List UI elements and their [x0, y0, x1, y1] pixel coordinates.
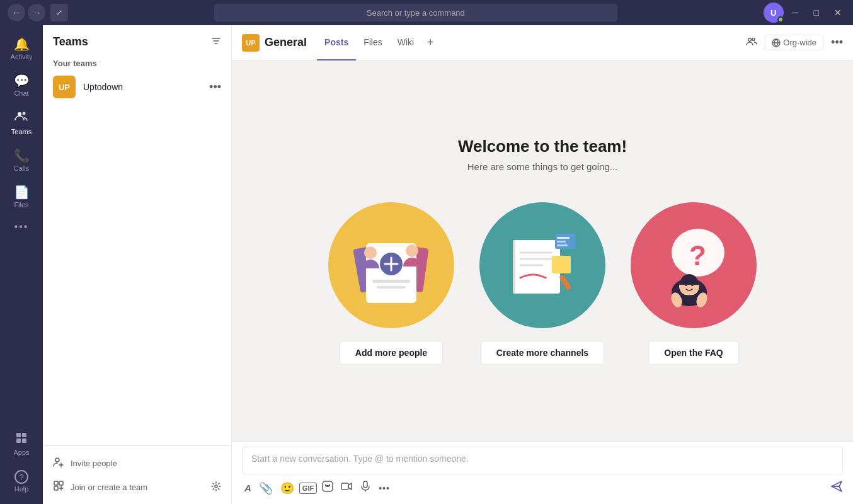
tab-wiki[interactable]: Wiki: [390, 25, 421, 60]
search-bar[interactable]: Search or type a command: [214, 4, 617, 21]
calls-icon: 📞: [14, 148, 30, 163]
sidebar-label-activity: Activity: [11, 53, 33, 60]
titlebar-right: U ─ □ ✕: [764, 3, 845, 23]
sticker-button[interactable]: [319, 478, 336, 498]
svg-rect-29: [557, 241, 566, 243]
svg-rect-28: [557, 237, 570, 239]
svg-text:?: ?: [689, 240, 706, 271]
invite-icon: [53, 456, 64, 470]
illustration-add-people: [328, 202, 454, 328]
sidebar-label-files: Files: [14, 201, 28, 209]
svg-point-1: [23, 112, 26, 115]
join-create-item[interactable]: Join or create a team: [43, 475, 231, 499]
svg-rect-9: [54, 486, 58, 490]
minimize-button[interactable]: ─: [789, 8, 803, 18]
sidebar-item-calls[interactable]: 📞 Calls: [3, 143, 40, 177]
apps-icon: [15, 432, 28, 447]
search-placeholder: Search or type a command: [367, 8, 465, 18]
sidebar-label-teams: Teams: [11, 128, 31, 135]
team-name-uptodown: Uptodown: [83, 82, 202, 92]
tab-files[interactable]: Files: [356, 25, 390, 60]
sidebar: 🔔 Activity 💬 Chat Teams 📞 Calls 📄: [0, 25, 43, 504]
sidebar-item-activity[interactable]: 🔔 Activity: [3, 32, 40, 66]
video-button[interactable]: [338, 478, 355, 498]
compose-placeholder: Start a new conversation. Type @ to ment…: [251, 454, 469, 464]
org-wide-button[interactable]: Org-wide: [765, 35, 823, 50]
invite-people-item[interactable]: Invite people: [43, 451, 231, 475]
channel-header: UP General Posts Files Wiki +: [232, 25, 853, 60]
format-button[interactable]: A: [242, 480, 254, 496]
svg-rect-7: [54, 481, 58, 485]
svg-rect-2: [16, 433, 21, 437]
people-icon-button[interactable]: [746, 36, 757, 50]
svg-rect-45: [364, 481, 367, 488]
team-item-uptodown[interactable]: UP Uptodown •••: [43, 71, 231, 103]
invite-people-label: Invite people: [71, 459, 117, 468]
avatar[interactable]: U: [764, 3, 784, 23]
sidebar-item-help[interactable]: ? Help: [3, 465, 40, 498]
forward-button[interactable]: →: [28, 4, 45, 21]
channel-tabs: Posts Files Wiki +: [317, 25, 439, 60]
filter-button[interactable]: [211, 36, 221, 49]
compose-more-button[interactable]: •••: [376, 481, 392, 496]
svg-point-43: [329, 484, 330, 486]
sidebar-label-chat: Chat: [14, 89, 28, 97]
join-create-icon: [53, 480, 64, 494]
welcome-cards: Add more people: [328, 202, 757, 365]
settings-button[interactable]: [211, 481, 221, 493]
sidebar-item-teams[interactable]: Teams: [3, 105, 40, 140]
channel-header-right: Org-wide •••: [746, 35, 843, 50]
compose-input[interactable]: Start a new conversation. Type @ to ment…: [242, 447, 843, 474]
team-more-button[interactable]: •••: [209, 81, 221, 94]
tab-posts[interactable]: Posts: [317, 25, 356, 60]
activity-icon: 🔔: [14, 37, 30, 52]
close-button[interactable]: ✕: [830, 8, 845, 18]
create-channels-button[interactable]: Create more channels: [481, 341, 604, 365]
join-create-label: Join or create a team: [71, 483, 147, 492]
titlebar-left: ← → ⤢: [8, 4, 68, 21]
sidebar-label-calls: Calls: [14, 164, 29, 172]
svg-rect-32: [559, 275, 571, 291]
teams-icon: [14, 110, 28, 127]
sidebar-item-more[interactable]: •••: [3, 216, 40, 239]
add-people-button[interactable]: Add more people: [340, 341, 443, 365]
svg-rect-21: [377, 286, 406, 289]
illustration-create-channels: [479, 202, 605, 328]
compose-area: Start a new conversation. Type @ to ment…: [232, 441, 853, 504]
more-icon: •••: [14, 221, 29, 232]
welcome-area: Welcome to the team! Here are some thing…: [232, 60, 853, 441]
svg-point-37: [685, 284, 687, 286]
sidebar-item-apps[interactable]: Apps: [3, 427, 40, 461]
window-controls: ─ □ ✕: [789, 8, 845, 18]
teams-panel: Teams Your teams UP Uptodown •••: [43, 25, 232, 504]
svg-rect-3: [22, 433, 26, 437]
svg-rect-30: [557, 244, 568, 246]
chat-icon: 💬: [14, 73, 30, 88]
card-create-channels: Create more channels: [479, 202, 605, 365]
attach-button[interactable]: 📎: [256, 479, 275, 498]
popout-button[interactable]: ⤢: [50, 4, 68, 21]
emoji-button[interactable]: 🙂: [278, 479, 297, 498]
send-button[interactable]: [830, 480, 843, 496]
team-avatar-uptodown: UP: [53, 76, 76, 98]
maximize-button[interactable]: □: [810, 8, 823, 18]
card-open-faq: ?: [631, 202, 757, 365]
audio-button[interactable]: [357, 478, 374, 498]
back-button[interactable]: ←: [8, 4, 25, 21]
help-icon: ?: [14, 470, 28, 484]
sidebar-item-files[interactable]: 📄 Files: [3, 180, 40, 214]
svg-rect-5: [22, 438, 26, 443]
svg-point-10: [215, 485, 217, 488]
open-faq-button[interactable]: Open the FAQ: [648, 341, 738, 365]
teams-header: Teams: [43, 25, 231, 54]
sidebar-item-chat[interactable]: 💬 Chat: [3, 68, 40, 102]
svg-rect-4: [16, 438, 21, 443]
channel-more-button[interactable]: •••: [831, 36, 843, 49]
svg-point-12: [752, 38, 755, 40]
gif-button[interactable]: GIF: [299, 483, 317, 494]
app-body: 🔔 Activity 💬 Chat Teams 📞 Calls 📄: [0, 25, 853, 504]
add-tab-button[interactable]: +: [421, 34, 439, 52]
svg-rect-44: [341, 483, 348, 490]
titlebar: ← → ⤢ Search or type a command U ─ □ ✕: [0, 0, 853, 25]
svg-point-18: [364, 246, 377, 259]
